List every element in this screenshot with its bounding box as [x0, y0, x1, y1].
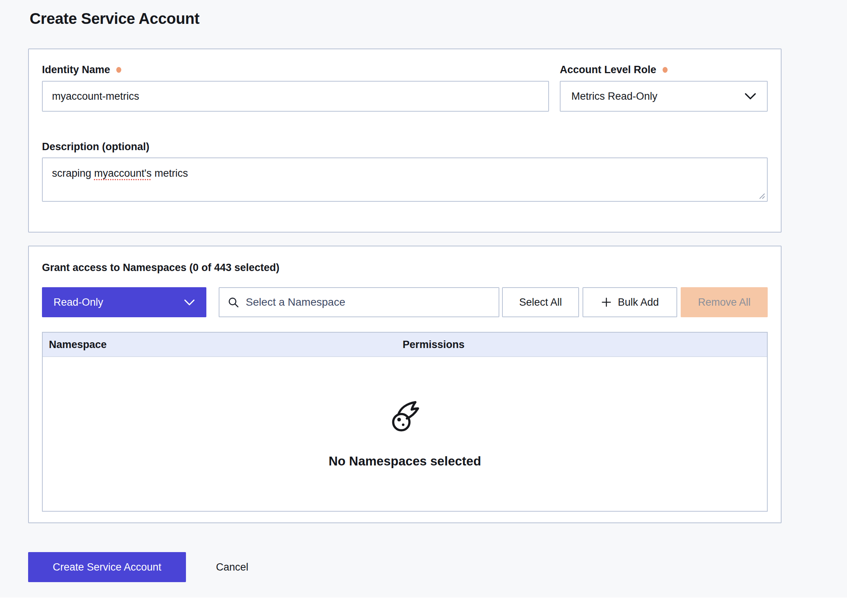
account-level-role-value: Metrics Read-Only: [571, 90, 658, 102]
chevron-down-icon: [184, 299, 195, 306]
bulk-add-button[interactable]: Bulk Add: [583, 287, 678, 317]
empty-state: No Namespaces selected: [43, 357, 767, 511]
remove-all-button[interactable]: Remove All: [681, 287, 768, 317]
description-label-text: Description (optional): [42, 141, 149, 152]
cancel-button[interactable]: Cancel: [212, 552, 252, 582]
resize-handle-icon[interactable]: [758, 192, 766, 200]
required-dot-icon: [116, 67, 121, 73]
account-level-role-label-text: Account Level Role: [560, 64, 656, 75]
description-text: metrics: [152, 167, 188, 179]
permission-role-value: Read-Only: [54, 296, 103, 308]
create-service-account-button[interactable]: Create Service Account: [28, 552, 186, 582]
permission-role-dropdown[interactable]: Read-Only: [42, 287, 206, 317]
bottom-strip: [0, 598, 847, 616]
chevron-down-icon: [745, 93, 756, 100]
empty-state-text: No Namespaces selected: [328, 454, 481, 469]
description-text: scraping: [52, 167, 94, 179]
description-text-misspelled: myaccount's: [94, 167, 152, 179]
identity-name-label: Identity Name: [42, 64, 549, 75]
identity-name-label-text: Identity Name: [42, 64, 110, 75]
namespace-access-panel: Grant access to Namespaces (0 of 443 sel…: [28, 246, 782, 523]
description-label: Description (optional): [42, 141, 768, 152]
namespaces-table: Namespace Permissions No Namespaces sele…: [42, 332, 768, 512]
account-level-role-label: Account Level Role: [560, 64, 768, 75]
namespace-search-input[interactable]: [246, 296, 491, 308]
select-all-button[interactable]: Select All: [502, 287, 579, 317]
comet-icon: [387, 399, 424, 436]
page-title: Create Service Account: [30, 9, 847, 28]
namespaces-table-header: Namespace Permissions: [43, 333, 767, 357]
footer-actions: Create Service Account Cancel: [28, 552, 847, 582]
account-level-role-select[interactable]: Metrics Read-Only: [560, 81, 768, 112]
namespace-column-header: Namespace: [43, 339, 403, 351]
description-textarea[interactable]: scraping myaccount's metrics: [42, 157, 768, 202]
namespaces-heading: Grant access to Namespaces (0 of 443 sel…: [42, 262, 768, 273]
permissions-column-header: Permissions: [403, 339, 767, 351]
required-dot-icon: [663, 67, 668, 73]
namespace-search[interactable]: [219, 287, 499, 317]
identity-name-input[interactable]: [42, 81, 549, 112]
service-account-details-panel: Identity Name Account Level Role Metrics…: [28, 49, 782, 233]
search-icon: [227, 296, 239, 308]
bulk-add-label: Bulk Add: [618, 296, 659, 308]
plus-icon: [601, 297, 612, 308]
